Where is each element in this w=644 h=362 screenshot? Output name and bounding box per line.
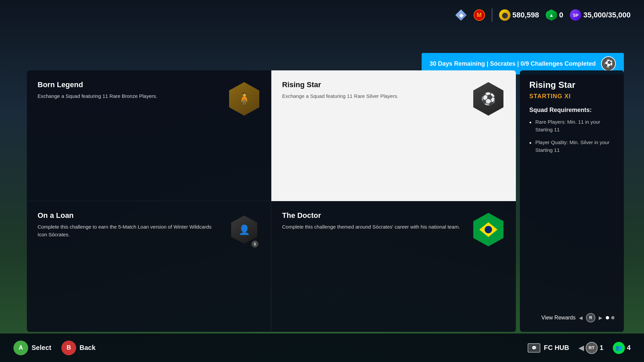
on-a-loan-desc: Complete this challenge to earn the 5-Ma… — [38, 223, 221, 238]
left-arrow: ◀ — [579, 315, 583, 320]
dot-2 — [611, 316, 614, 319]
the-doctor-title: The Doctor — [282, 211, 465, 220]
players-count: 👥 4 — [613, 342, 631, 354]
green-currency-display: ▲ 0 — [546, 9, 563, 21]
players-icon: 👥 — [613, 342, 625, 354]
divider — [492, 8, 492, 22]
right-panel: Rising Star STARTING XI Squad Requiremen… — [520, 70, 624, 332]
born-legend-hex: 🧍 — [229, 82, 259, 116]
green-icon: ▲ — [546, 9, 557, 21]
fc-hub-item[interactable]: 💬 FC HUB — [528, 343, 569, 353]
on-a-loan-title: On a Loan — [38, 211, 221, 220]
r-button-label: R — [589, 315, 592, 320]
a-button: A — [13, 341, 28, 355]
bottom-right-controls: 💬 FC HUB ◀ RT 1 👥 4 — [528, 342, 631, 354]
rising-star-title: Rising Star — [282, 80, 465, 89]
main-content: Born Legend Exchange a Squad featuring 1… — [27, 70, 624, 332]
bottom-bar: A Select B Back 💬 FC HUB ◀ RT 1 👥 4 — [0, 334, 644, 362]
sp-icon: SP — [570, 9, 581, 21]
brazil-diamond — [479, 222, 497, 237]
born-legend-desc: Exchange a Squad featuring 11 Rare Bronz… — [38, 93, 221, 100]
brazil-badge — [473, 213, 503, 246]
view-rewards[interactable]: View Rewards ◀ R ▶ — [529, 313, 614, 322]
right-panel-subtitle: STARTING XI — [529, 93, 614, 100]
challenge-avatar: ⚽ — [601, 56, 616, 71]
chat-icon: 💬 — [528, 343, 540, 353]
requirements-list: Rare Players: Min. 11 in your Starting 1… — [529, 118, 614, 159]
diamond-currency: ◆ — [455, 9, 467, 21]
mu-badge: M — [474, 9, 485, 21]
socrates-image: 👤 — [231, 216, 257, 244]
rt-number: 1 — [600, 344, 603, 352]
dot-1 — [606, 316, 609, 319]
rewards-nav-btn[interactable]: R — [586, 313, 595, 322]
rising-star-badge: ⚽ — [472, 80, 505, 117]
bottom-left-controls: A Select B Back — [13, 341, 96, 355]
view-rewards-label: View Rewards — [541, 315, 576, 321]
right-panel-title: Rising Star — [529, 80, 614, 90]
coins-display: ⬤ 580,598 — [499, 9, 539, 21]
rising-star-hex: ⚽ — [473, 82, 503, 116]
sp-value: 35,000/35,000 — [583, 11, 631, 19]
born-legend-title: Born Legend — [38, 80, 221, 89]
right-arrow: ▶ — [599, 315, 602, 320]
mu-icon: M — [474, 9, 485, 21]
cards-panel: Born Legend Exchange a Squad featuring 1… — [27, 70, 516, 332]
loan-number: 5 — [252, 241, 258, 247]
on-a-loan-text: On a Loan Complete this challenge to ear… — [38, 211, 221, 238]
back-button[interactable]: B Back — [61, 341, 96, 355]
requirements-title: Squad Requirements: — [529, 107, 614, 114]
coins-value: 580,598 — [513, 11, 539, 19]
rising-star-desc: Exchange a Squad featuring 11 Rare Silve… — [282, 93, 465, 100]
on-a-loan-card[interactable]: On a Loan Complete this challenge to ear… — [27, 201, 271, 332]
socrates-face: 👤 — [231, 216, 257, 244]
rising-star-card[interactable]: Rising Star Exchange a Squad featuring 1… — [271, 70, 516, 201]
brazil-circle — [485, 226, 492, 233]
the-doctor-desc: Complete this challenge themed around Só… — [282, 223, 465, 231]
rising-star-icon: ⚽ — [481, 92, 496, 106]
the-doctor-badge — [472, 211, 505, 248]
the-doctor-text: The Doctor Complete this challenge theme… — [282, 211, 465, 231]
challenge-banner-text: 30 Days Remaining | Sócrates | 0/9 Chall… — [430, 60, 596, 67]
on-a-loan-badge: 👤 5 — [227, 211, 261, 248]
coin-icon: ⬤ — [499, 9, 511, 21]
born-legend-text: Born Legend Exchange a Squad featuring 1… — [38, 80, 221, 100]
players-number: 4 — [627, 344, 631, 352]
rt-left-arrow: ◀ — [579, 344, 584, 352]
currency-group: ◆ M — [455, 9, 485, 21]
requirement-2: Player Quality: Min. Silver in your Star… — [529, 139, 614, 154]
sp-currency-display: SP 35,000/35,000 — [570, 9, 631, 21]
top-bar: ◆ M ⬤ 580,598 ▲ 0 SP 35,000/35,000 — [0, 0, 644, 30]
select-button[interactable]: A Select — [13, 341, 51, 355]
select-label: Select — [32, 344, 51, 352]
the-doctor-card[interactable]: The Doctor Complete this challenge theme… — [271, 201, 516, 332]
born-legend-icon: 🧍 — [237, 92, 252, 106]
born-legend-card[interactable]: Born Legend Exchange a Squad featuring 1… — [27, 70, 271, 201]
b-button: B — [61, 341, 76, 355]
rising-star-text: Rising Star Exchange a Squad featuring 1… — [282, 80, 465, 100]
green-value: 0 — [559, 11, 563, 19]
fc-hub-label: FC HUB — [544, 344, 569, 352]
diamond-icon: ◆ — [455, 9, 467, 21]
pagination-dots — [606, 316, 614, 319]
born-legend-badge: 🧍 — [227, 80, 261, 117]
requirement-1: Rare Players: Min. 11 in your Starting 1… — [529, 118, 614, 133]
rt-circle: RT — [586, 342, 598, 354]
back-label: Back — [79, 344, 96, 352]
rt-button[interactable]: ◀ RT 1 — [579, 342, 603, 354]
